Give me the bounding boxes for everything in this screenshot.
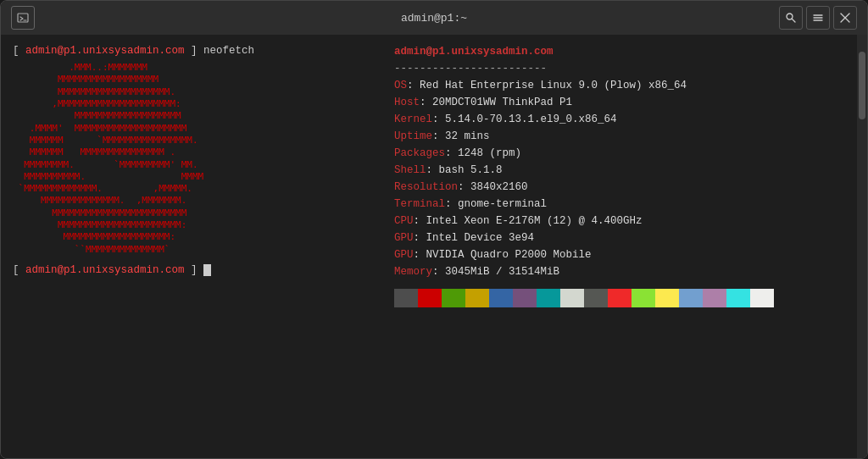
close-button[interactable] xyxy=(833,6,857,30)
host-colon: : xyxy=(420,97,432,108)
color-block-13 xyxy=(703,289,726,307)
top-prompt: [ admin@p1.unixsysadmin.com ] neofetch xyxy=(13,43,377,58)
prompt-user-host: admin@p1.unixsysadmin.com xyxy=(25,45,185,57)
terminal-value: gnome-terminal xyxy=(458,198,547,210)
color-block-1 xyxy=(418,289,442,307)
dashes-line: ------------------------ xyxy=(394,60,855,77)
os-label: OS xyxy=(394,80,407,91)
os-line: OS: Red Hat Enterprise Linux 9.0 (Plow) … xyxy=(394,77,855,94)
gpu2-value: NVIDIA Quadro P2000 Mobile xyxy=(426,249,592,261)
titlebar-left xyxy=(11,6,35,30)
os-colon: : xyxy=(407,80,420,91)
window-title: admin@p1:~ xyxy=(401,12,467,25)
packages-label: Packages xyxy=(394,147,445,159)
gpu1-line: GPU: Intel Device 3e94 xyxy=(394,230,855,246)
color-palette xyxy=(394,289,855,307)
kernel-value: 5.14.0-70.13.1.el9_0.x86_64 xyxy=(445,113,617,125)
memory-colon: : xyxy=(432,266,445,278)
color-block-5 xyxy=(513,289,537,307)
gpu1-value: Intel Device 3e94 xyxy=(426,232,535,244)
color-block-8 xyxy=(584,289,608,307)
right-panel: admin@p1.unixsysadmin.com --------------… xyxy=(377,43,855,450)
kernel-colon: : xyxy=(432,113,445,125)
terminal-window: admin@p1:~ xyxy=(0,0,868,459)
bottom-bracket-close: ] xyxy=(185,264,204,276)
cursor xyxy=(203,264,211,276)
prompt-bracket-close: ] neofetch xyxy=(185,45,255,57)
terminal-line: Terminal: gnome-terminal xyxy=(394,196,855,213)
uptime-colon: : xyxy=(432,130,445,142)
color-block-12 xyxy=(679,289,703,307)
resolution-colon: : xyxy=(458,181,470,193)
shell-value: bash 5.1.8 xyxy=(439,164,503,176)
color-block-9 xyxy=(608,289,632,307)
packages-value: 1248 (rpm) xyxy=(458,147,521,159)
at-symbol: @ xyxy=(426,46,433,58)
os-value: Red Hat Enterprise Linux 9.0 (Plow) x86_… xyxy=(420,80,687,91)
color-block-15 xyxy=(750,289,774,307)
hostname: p1.unixsysadmin.com xyxy=(432,46,554,58)
host-label: Host xyxy=(394,97,420,108)
kernel-label: Kernel xyxy=(394,113,432,125)
uptime-value: 32 mins xyxy=(445,130,490,142)
uptime-label: Uptime xyxy=(394,130,432,142)
memory-line: Memory: 3045MiB / 31514MiB xyxy=(394,263,855,280)
shell-label: Shell xyxy=(394,164,426,176)
cpu-value: Intel Xeon E-2176M (12) @ 4.400GHz xyxy=(426,215,643,227)
color-block-14 xyxy=(726,289,750,307)
color-block-4 xyxy=(489,289,513,307)
bottom-prompt: [ admin@p1.unixsysadmin.com ] xyxy=(13,263,377,278)
packages-line: Packages: 1248 (rpm) xyxy=(394,145,855,162)
gpu1-label: GPU xyxy=(394,232,414,244)
host-line: Host: 20MDCT01WW ThinkPad P1 xyxy=(394,94,855,111)
color-block-3 xyxy=(465,289,489,307)
scrollbar[interactable] xyxy=(857,35,867,458)
cpu-colon: : xyxy=(414,215,426,227)
color-block-6 xyxy=(537,289,560,307)
titlebar: admin@p1:~ xyxy=(1,1,867,35)
scrollbar-thumb[interactable] xyxy=(859,52,865,119)
resolution-value: 3840x2160 xyxy=(470,181,528,193)
search-button[interactable] xyxy=(779,6,803,30)
shell-colon: : xyxy=(426,164,439,176)
kernel-line: Kernel: 5.14.0-70.13.1.el9_0.x86_64 xyxy=(394,111,855,128)
uptime-line: Uptime: 32 mins xyxy=(394,128,855,145)
color-block-10 xyxy=(632,289,655,307)
gpu2-colon: : xyxy=(414,249,426,261)
host-value: 20MDCT01WW ThinkPad P1 xyxy=(432,97,572,108)
packages-colon: : xyxy=(445,147,458,159)
terminal-icon xyxy=(11,6,35,30)
ascii-art: .MMM..:MMMMMMM MMMMMMMMMMMMMMMMMM MMMMMM… xyxy=(13,62,377,256)
terminal-body[interactable]: [ admin@p1.unixsysadmin.com ] neofetch .… xyxy=(1,35,867,458)
svg-point-2 xyxy=(787,14,793,19)
memory-value: 3045MiB / 31514MiB xyxy=(445,266,559,278)
resolution-label: Resolution xyxy=(394,181,458,193)
color-block-11 xyxy=(655,289,679,307)
cpu-line: CPU: Intel Xeon E-2176M (12) @ 4.400GHz xyxy=(394,213,855,230)
resolution-line: Resolution: 3840x2160 xyxy=(394,179,855,196)
username: admin xyxy=(394,46,426,58)
menu-button[interactable] xyxy=(806,6,830,30)
gpu2-line: GPU: NVIDIA Quadro P2000 Mobile xyxy=(394,246,855,263)
bottom-bracket-open: [ xyxy=(13,264,25,276)
bottom-user-host: admin@p1.unixsysadmin.com xyxy=(25,264,185,276)
gpu2-label: GPU xyxy=(394,249,414,261)
color-block-7 xyxy=(560,289,584,307)
terminal-label: Terminal xyxy=(394,198,445,210)
memory-label: Memory xyxy=(394,266,432,278)
shell-line: Shell: bash 5.1.8 xyxy=(394,162,855,179)
color-block-0 xyxy=(394,289,418,307)
prompt-bracket-open: [ xyxy=(13,45,25,57)
gpu1-colon: : xyxy=(414,232,426,244)
titlebar-controls xyxy=(779,6,857,30)
svg-line-3 xyxy=(793,19,796,23)
user-host-line: admin@p1.unixsysadmin.com xyxy=(394,43,855,60)
color-block-2 xyxy=(442,289,465,307)
cpu-label: CPU xyxy=(394,215,414,227)
left-panel: [ admin@p1.unixsysadmin.com ] neofetch .… xyxy=(13,43,377,450)
terminal-colon: : xyxy=(445,198,458,210)
